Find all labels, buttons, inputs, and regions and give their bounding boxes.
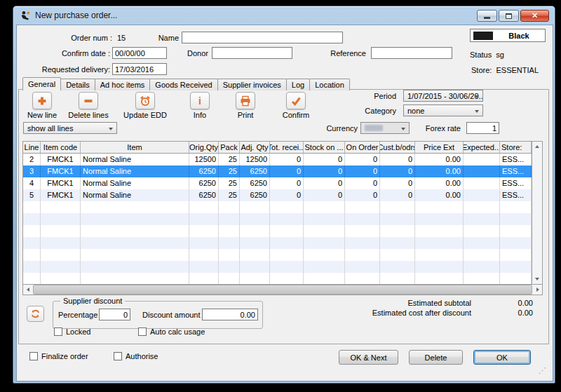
table-cell: 0 <box>380 165 415 177</box>
app-icon <box>20 10 31 21</box>
authorise-checkbox[interactable] <box>114 352 122 360</box>
table-body: 2FMCK1Normal Saline12500251250000000.00E… <box>23 154 532 284</box>
table-cell <box>415 201 464 213</box>
tab-ad-hoc-items[interactable]: Ad hoc items <box>95 79 151 90</box>
table-cell: 0 <box>304 165 345 177</box>
table-cell: 3 <box>23 165 41 177</box>
vertical-scrollbar[interactable] <box>532 142 542 284</box>
table-cell <box>23 237 41 249</box>
tab-log[interactable]: Log <box>286 79 310 90</box>
table-row[interactable] <box>23 213 532 225</box>
scroll-down-button[interactable] <box>533 274 542 284</box>
table-cell: 0 <box>270 154 304 165</box>
table-cell: FMCK1 <box>41 177 81 189</box>
table-cell <box>380 273 415 284</box>
table-cell <box>23 273 41 284</box>
table-cell <box>345 261 380 273</box>
column-header-item[interactable]: Item <box>81 142 189 153</box>
scroll-up-button[interactable] <box>533 142 542 151</box>
table-cell <box>23 261 41 273</box>
column-header-expected-[interactable]: Expected... <box>464 142 500 153</box>
column-header-pack[interactable]: Pack <box>219 142 240 153</box>
tab-goods-received[interactable]: Goods Received <box>149 79 217 90</box>
finalize-order-checkbox[interactable] <box>29 352 38 360</box>
table-row[interactable] <box>23 261 532 273</box>
column-header-orig-qty[interactable]: Orig.Qty <box>189 142 219 153</box>
delete-lines-button[interactable]: Delete lines <box>66 92 111 119</box>
column-header-price-ext[interactable]: Price Ext <box>415 142 464 153</box>
table-row[interactable] <box>23 237 532 249</box>
horizontal-scroll-thumb[interactable] <box>33 285 532 295</box>
maximize-button[interactable] <box>499 10 519 22</box>
table-cell: 25 <box>219 165 240 177</box>
info-button[interactable]: i Info <box>177 92 222 119</box>
table-cell: Normal Saline <box>81 189 189 201</box>
table-cell <box>189 201 219 213</box>
table-cell <box>240 249 270 261</box>
table-cell: 6250 <box>240 189 270 201</box>
table-row[interactable] <box>23 249 532 261</box>
scroll-right-button[interactable] <box>533 285 542 295</box>
color-selector[interactable]: Black <box>470 29 546 42</box>
ok-button[interactable]: OK <box>473 350 531 365</box>
table-row[interactable]: 5FMCK1Normal Saline625025625000000.00ESS… <box>23 189 532 201</box>
column-header-tot-recei-[interactable]: Tot. recei... <box>270 142 304 153</box>
print-button[interactable]: Print <box>223 92 268 119</box>
table-cell <box>345 201 380 213</box>
requested-delivery-input[interactable] <box>112 63 167 75</box>
confirm-button[interactable]: Confirm <box>273 92 318 119</box>
minimize-button[interactable] <box>477 10 497 22</box>
table-cell: 0 <box>304 154 345 165</box>
horizontal-scrollbar[interactable] <box>22 284 543 295</box>
table-cell: 0 <box>304 189 345 201</box>
tab-details[interactable]: Details <box>60 79 95 90</box>
store-value: ESSENTIAL <box>496 66 539 74</box>
table-row[interactable]: 3FMCK1Normal Saline625025625000000.00ESS… <box>23 165 532 177</box>
table-cell <box>380 225 415 237</box>
table-cell: Normal Saline <box>81 177 189 189</box>
donor-input[interactable] <box>212 47 292 59</box>
resize-grip[interactable]: ⋰ <box>539 366 546 375</box>
table-cell <box>415 237 464 249</box>
table-cell <box>304 225 345 237</box>
column-header-cust-b-odrs[interactable]: Cust.b/odrs <box>380 142 415 153</box>
update-edd-button[interactable]: Update EDD <box>123 92 168 119</box>
reference-label: Reference <box>317 49 366 58</box>
name-input[interactable] <box>182 32 343 43</box>
column-header-store-[interactable]: Store: <box>500 142 532 153</box>
column-header-on-order[interactable]: On Order <box>345 142 380 153</box>
table-cell <box>464 261 500 273</box>
authorise-checkbox-row: Authorise <box>114 352 158 360</box>
order-lines-table: LineItem codeItemOrig.QtyPackAdj. QtyTot… <box>22 141 543 285</box>
table-row[interactable] <box>23 225 532 237</box>
reference-input[interactable] <box>371 47 452 59</box>
table-row[interactable]: 2FMCK1Normal Saline12500251250000000.00E… <box>23 154 532 165</box>
table-cell: 0 <box>270 177 304 189</box>
order-num-value: 15 <box>117 34 126 42</box>
table-cell <box>415 249 464 261</box>
table-cell <box>240 201 270 213</box>
table-cell <box>304 201 345 213</box>
column-header-adj-qty[interactable]: Adj. Qty <box>240 142 270 153</box>
table-cell: 0 <box>304 177 345 189</box>
title-bar[interactable]: New purchase order... ✕ <box>13 6 555 25</box>
table-cell <box>270 201 304 213</box>
tab-supplier-invoices[interactable]: Supplier invoices <box>217 79 287 90</box>
column-header-stock-on-[interactable]: Stock on ... <box>304 142 345 153</box>
tab-general[interactable]: General <box>22 77 61 90</box>
table-cell <box>41 225 81 237</box>
ok-next-button[interactable]: OK & Next <box>339 350 398 365</box>
column-header-item-code[interactable]: Item code <box>41 142 81 153</box>
column-header-line[interactable]: Line <box>23 142 41 153</box>
close-button[interactable]: ✕ <box>520 10 549 22</box>
scroll-left-button[interactable] <box>23 285 32 295</box>
arrow-down-icon <box>535 278 539 281</box>
table-cell <box>23 225 41 237</box>
tab-location[interactable]: Location <box>309 79 350 90</box>
table-row[interactable] <box>23 273 532 284</box>
table-cell: 0 <box>345 177 380 189</box>
table-row[interactable] <box>23 201 532 213</box>
new-line-button[interactable]: New line <box>20 92 65 119</box>
table-row[interactable]: 4FMCK1Normal Saline625025625000000.00ESS… <box>23 177 532 189</box>
delete-button[interactable]: Delete <box>409 350 463 365</box>
